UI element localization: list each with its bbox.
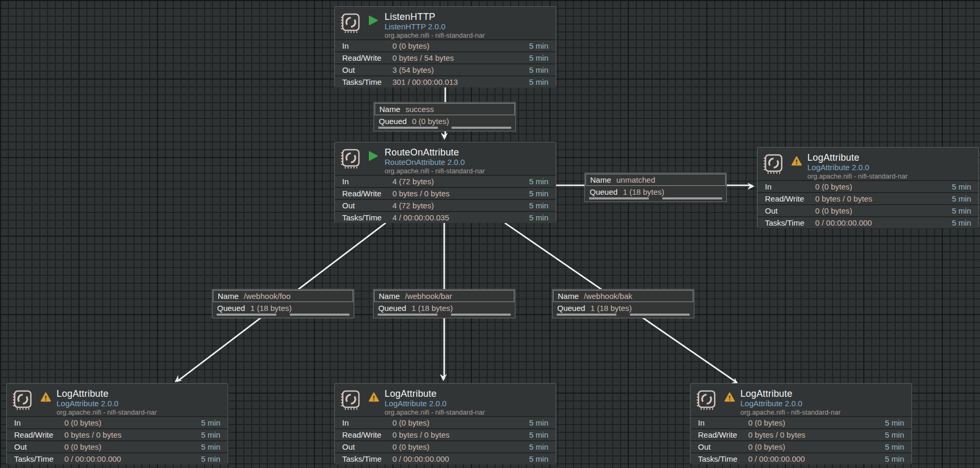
processor-header: LogAttributeLogAttribute 2.0.0org.apache… (7, 384, 228, 416)
stat-label: In (765, 182, 815, 191)
processor-name: LogAttribute (57, 388, 221, 399)
stat-period: 5 min (519, 53, 548, 62)
stat-period: 5 min (519, 189, 548, 198)
processor-stats: In4 (72 bytes)5 minRead/Write0 bytes / 0… (335, 175, 556, 223)
connection-queued-key: Queued (378, 304, 406, 313)
run-status-running-icon (368, 15, 379, 26)
stat-period: 5 min (875, 418, 904, 427)
stat-row: Read/Write0 bytes / 0 bytes5 min (335, 428, 556, 440)
stat-value: 0 (0 bytes) (815, 182, 942, 191)
connection-label-webhook-foo[interactable]: Name /webhook/foo Queued 1 (18 bytes) (212, 289, 354, 318)
stat-label: In (342, 177, 392, 186)
processor-type: RouteOnAttribute 2.0.0 (385, 158, 549, 167)
run-status-running-icon (368, 151, 379, 161)
stat-value: 0 bytes / 0 bytes (748, 430, 875, 439)
processor-node-routeonattribute[interactable]: RouteOnAttributeRouteOnAttribute 2.0.0or… (334, 142, 556, 222)
stat-period: 5 min (191, 442, 220, 451)
stat-row: In0 (0 bytes)5 min (335, 39, 556, 51)
processor-type: LogAttribute 2.0.0 (385, 399, 549, 408)
processor-type: LogAttribute 2.0.0 (807, 163, 972, 172)
processor-node-logattribute-unmatched[interactable]: LogAttributeLogAttribute 2.0.0org.apache… (757, 147, 979, 228)
processor-header: RouteOnAttributeRouteOnAttribute 2.0.0or… (335, 142, 556, 174)
queue-size-bar (662, 197, 722, 199)
stat-row: Tasks/Time0 / 00:00:00.0005 min (335, 452, 556, 464)
processor-name: LogAttribute (385, 388, 549, 399)
stat-value: 0 / 00:00:00.000 (815, 218, 942, 227)
processor-node-logattribute-bak[interactable]: LogAttributeLogAttribute 2.0.0org.apache… (690, 383, 912, 464)
connection-label-webhook-bar[interactable]: Name /webhook/bar Queued 1 (18 bytes) (373, 289, 515, 318)
stat-row: Tasks/Time4 / 00:00:00.0355 min (335, 211, 556, 223)
processor-node-logattribute-foo[interactable]: LogAttributeLogAttribute 2.0.0org.apache… (6, 383, 228, 464)
connection-name-row: Name /webhook/bak (553, 290, 693, 302)
stat-label: Tasks/Time (342, 213, 392, 222)
stat-period: 5 min (519, 65, 548, 74)
connection-label-webhook-bak[interactable]: Name /webhook/bak Queued 1 (18 bytes) (552, 289, 694, 318)
stat-period: 5 min (519, 213, 548, 222)
stat-value: 0 bytes / 0 bytes (64, 430, 191, 439)
stat-label: Out (342, 65, 392, 74)
stat-label: Tasks/Time (342, 454, 392, 463)
connection-name-key: Name (590, 175, 611, 184)
stat-value: 0 (0 bytes) (748, 442, 875, 451)
connection-name-value: /webhook/foo (244, 292, 290, 300)
connection-name-value: success (405, 105, 434, 114)
stat-value: 0 / 00:00:00.000 (64, 454, 191, 463)
stat-label: Read/Write (765, 194, 815, 203)
stat-label: Out (765, 206, 815, 215)
stat-row: Read/Write0 bytes / 0 bytes5 min (335, 187, 556, 199)
warning-icon (724, 392, 735, 402)
connection-name-key: Name (379, 292, 400, 300)
connection-queued-value: 1 (18 bytes) (250, 304, 291, 313)
queue-size-bar (290, 314, 350, 316)
connection-label-success[interactable]: Name success Queued 0 (0 bytes) (374, 102, 516, 131)
processor-type: ListenHTTP 2.0.0 (385, 22, 549, 31)
connection-queued-row: Queued 1 (18 bytes) (212, 303, 354, 313)
stat-period: 5 min (942, 182, 971, 191)
processor-bundle: org.apache.nifi - nifi-standard-nar (807, 172, 972, 181)
stat-label: In (14, 418, 64, 427)
stat-period: 5 min (519, 77, 548, 86)
stat-label: Tasks/Time (765, 218, 815, 227)
processor-name: LogAttribute (807, 152, 972, 163)
connection-queued-value: 0 (0 bytes) (412, 117, 449, 126)
connection-queued-row: Queued 1 (18 bytes) (553, 303, 694, 313)
stat-label: In (698, 418, 748, 427)
processor-stats: In0 (0 bytes)5 minRead/Write0 bytes / 54… (335, 39, 556, 87)
processor-name: LogAttribute (740, 388, 905, 399)
stat-row: Out3 (54 bytes)5 min (335, 63, 556, 75)
processor-stats: In0 (0 bytes)5 minRead/Write0 bytes / 0 … (691, 416, 911, 464)
stat-value: 0 bytes / 0 bytes (392, 430, 519, 439)
stat-period: 5 min (191, 430, 220, 439)
stat-value: 0 (0 bytes) (64, 418, 191, 427)
stat-label: Out (342, 442, 392, 451)
stat-period: 5 min (519, 454, 548, 463)
stat-label: In (342, 41, 392, 50)
stat-label: Read/Write (698, 430, 748, 439)
stat-period: 5 min (875, 454, 904, 463)
stat-value: 4 (72 bytes) (392, 177, 519, 186)
queue-percent-bars (212, 313, 354, 318)
connection-label-unmatched[interactable]: Name unmatched Queued 1 (18 bytes) (584, 173, 727, 202)
stat-value: 0 / 00:00:00.000 (392, 454, 519, 463)
connection-queued-key: Queued (557, 304, 585, 313)
processor-bundle: org.apache.nifi - nifi-standard-nar (57, 408, 221, 417)
processor-node-logattribute-bar[interactable]: LogAttributeLogAttribute 2.0.0org.apache… (334, 383, 556, 464)
stat-label: Tasks/Time (342, 77, 392, 86)
stat-value: 0 (0 bytes) (815, 206, 942, 215)
stat-row: Tasks/Time301 / 00:00:00.0135 min (335, 75, 556, 87)
stat-value: 0 bytes / 54 bytes (392, 53, 519, 62)
processor-node-listenhttp[interactable]: ListenHTTPListenHTTP 2.0.0org.apache.nif… (334, 6, 556, 87)
processor-titles: LogAttributeLogAttribute 2.0.0org.apache… (807, 152, 972, 181)
connection-name-row: Name success (375, 103, 515, 115)
queue-percent-bars (553, 313, 694, 318)
queue-count-bar (378, 127, 438, 129)
stat-value: 0 / 00:00:00.000 (748, 454, 875, 463)
stat-period: 5 min (875, 442, 904, 451)
connection-queued-row: Queued 1 (18 bytes) (374, 303, 515, 313)
connection-name-value: /webhook/bak (584, 292, 633, 300)
stat-label: Read/Write (342, 189, 392, 198)
stat-label: Tasks/Time (14, 454, 64, 463)
processor-stamp-icon (763, 153, 786, 176)
queue-percent-bars (374, 126, 515, 131)
stat-label: Read/Write (14, 430, 64, 439)
